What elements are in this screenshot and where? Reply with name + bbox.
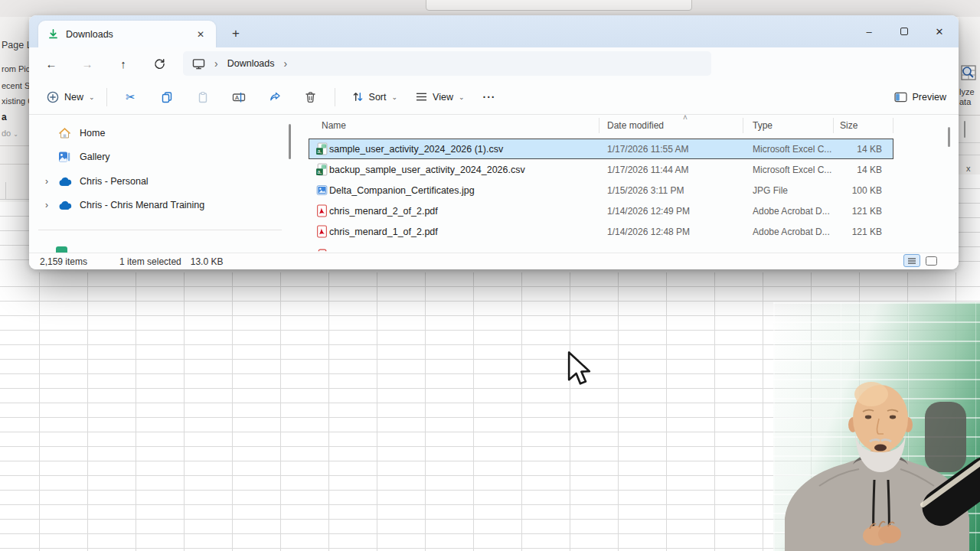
svg-text:a,: a, <box>317 169 322 174</box>
paste-button[interactable] <box>190 85 216 109</box>
file-list: Name ˄ Date modified Type Size a, sample… <box>306 115 959 253</box>
tab-downloads[interactable]: Downloads ✕ <box>38 21 216 47</box>
sort-button-label: Sort <box>369 92 387 103</box>
right-eye <box>890 416 896 419</box>
excel-scrollbar-fragment[interactable] <box>964 121 965 138</box>
share-button[interactable] <box>262 85 288 109</box>
title-bar[interactable]: Downloads ✕ + – ✕ <box>29 15 959 47</box>
file-size: 100 KB <box>852 185 882 196</box>
minimize-button[interactable]: – <box>851 15 887 47</box>
file-date: 1/17/2026 11:44 AM <box>607 165 689 175</box>
pdf-file-icon <box>315 225 328 238</box>
maximize-button[interactable] <box>887 15 922 47</box>
excel-divider-line <box>0 145 29 146</box>
details-view-toggle[interactable] <box>903 254 920 267</box>
file-size: 14 KB <box>857 144 882 155</box>
chevron-right-icon: › <box>284 57 288 70</box>
selection-count: 1 item selected <box>119 256 181 267</box>
excel-ribbon-tab-fragment: Page L <box>2 40 32 51</box>
jpg-file-icon <box>315 184 328 197</box>
navigation-bar: ← → ↑ › Downloads › Search Downloads <box>29 47 959 80</box>
thumbnail-view-toggle[interactable] <box>926 256 937 266</box>
refresh-button[interactable] <box>148 52 171 75</box>
excel-grid-right <box>959 174 980 274</box>
column-header-type[interactable]: Type <box>753 120 773 131</box>
trash-icon <box>305 91 316 103</box>
right-hand <box>878 525 901 543</box>
file-type: JPG File <box>753 185 788 196</box>
preview-button-label: Preview <box>913 92 946 103</box>
analyze-data-icon <box>961 64 978 83</box>
file-row-partial[interactable] <box>309 242 893 253</box>
chevron-right-icon[interactable]: › <box>37 200 57 210</box>
chevron-right-icon[interactable]: › <box>37 176 57 187</box>
breadcrumb-downloads[interactable]: Downloads <box>227 58 275 69</box>
file-row[interactable]: a, backup_sample_user_activity_2024_2026… <box>309 159 893 180</box>
column-header-size[interactable]: Size <box>840 120 858 131</box>
chevron-right-icon: › <box>214 57 218 70</box>
view-button[interactable]: View ⌄ <box>410 87 470 107</box>
excel-data-fragment: a <box>2 112 7 122</box>
sidebar-item-gallery[interactable]: Gallery <box>37 145 289 168</box>
excel-grid-left <box>0 202 29 272</box>
gallery-icon <box>57 150 72 164</box>
excel-cell-border <box>5 182 6 199</box>
rename-button[interactable]: A <box>226 85 252 109</box>
file-row[interactable]: chris_menard_1_of_2.pdf 1/14/2026 12:48 … <box>309 221 893 242</box>
preview-pane-icon <box>894 92 907 103</box>
close-button[interactable]: ✕ <box>922 15 957 47</box>
file-type: Adobe Acrobat D... <box>753 227 830 237</box>
file-size: 121 KB <box>852 227 882 237</box>
toolbar-separator <box>106 88 107 106</box>
file-type: Microsoft Excel C... <box>753 165 831 175</box>
excel-x-fragment: x <box>966 164 971 173</box>
up-button[interactable]: ↑ <box>112 52 135 75</box>
cut-button[interactable]: ✂ <box>118 85 144 109</box>
file-list-scrollbar[interactable] <box>948 127 950 147</box>
svg-text:A: A <box>235 94 239 101</box>
download-icon <box>47 28 59 40</box>
webcam-overlay <box>773 302 980 551</box>
file-row-selected[interactable]: a, sample_user_activity_2024_2026 (1).cs… <box>309 139 893 159</box>
file-name: Delta_Companion_Certificates.jpg <box>329 185 475 196</box>
preview-button[interactable]: Preview <box>894 92 946 103</box>
file-type: Adobe Acrobat D... <box>753 206 830 217</box>
file-row[interactable]: chris_menard_2_of_2.pdf 1/14/2026 12:49 … <box>309 201 893 221</box>
sort-ascending-icon: ˄ <box>683 115 688 122</box>
column-header-name[interactable]: Name <box>322 120 346 131</box>
view-list-icon <box>416 92 427 102</box>
sidebar-item-chris-menard-training[interactable]: › Chris - Chris Menard Training <box>37 194 289 217</box>
breadcrumb[interactable]: › Downloads › <box>183 51 711 76</box>
analyze-data-label-fragment: lyze <box>959 87 975 96</box>
file-row[interactable]: Delta_Companion_Certificates.jpg 1/15/20… <box>309 180 893 201</box>
selection-size: 13.0 KB <box>191 256 224 267</box>
tab-title: Downloads <box>66 29 193 40</box>
sidebar-partial-item-icon <box>56 246 67 253</box>
delete-button[interactable] <box>298 85 324 109</box>
sidebar-divider <box>38 230 282 230</box>
file-size: 121 KB <box>852 206 882 217</box>
column-header-date-modified[interactable]: Date modified <box>607 120 664 131</box>
copy-button[interactable] <box>154 85 180 109</box>
new-button[interactable]: New ⌄ <box>40 86 102 108</box>
back-button[interactable]: ← <box>40 52 63 75</box>
copy-icon <box>161 91 173 103</box>
scissors-icon: ✂ <box>126 90 136 104</box>
forward-button[interactable]: → <box>76 52 99 75</box>
new-tab-button[interactable]: + <box>225 23 247 44</box>
excel-line <box>959 142 980 143</box>
excel-divider-line <box>0 164 29 165</box>
tab-close-icon[interactable]: ✕ <box>193 28 208 41</box>
excel-line <box>959 155 980 155</box>
rename-icon: A <box>232 91 246 103</box>
sidebar-scrollbar[interactable] <box>289 124 291 159</box>
sidebar-item-chris-personal[interactable]: › Chris - Personal <box>37 170 289 193</box>
sidebar-item-home[interactable]: Home <box>37 122 289 145</box>
more-options-button[interactable]: ··· <box>482 91 495 103</box>
sort-button[interactable]: Sort ⌄ <box>346 86 403 107</box>
left-eye <box>865 416 871 419</box>
toolbar-separator <box>335 88 335 106</box>
excel-from-picture-fragment: rom Pic <box>2 64 30 73</box>
excel-undo-fragment: do ⌄ <box>2 129 18 138</box>
navigation-pane: Home Gallery › <box>29 115 306 253</box>
